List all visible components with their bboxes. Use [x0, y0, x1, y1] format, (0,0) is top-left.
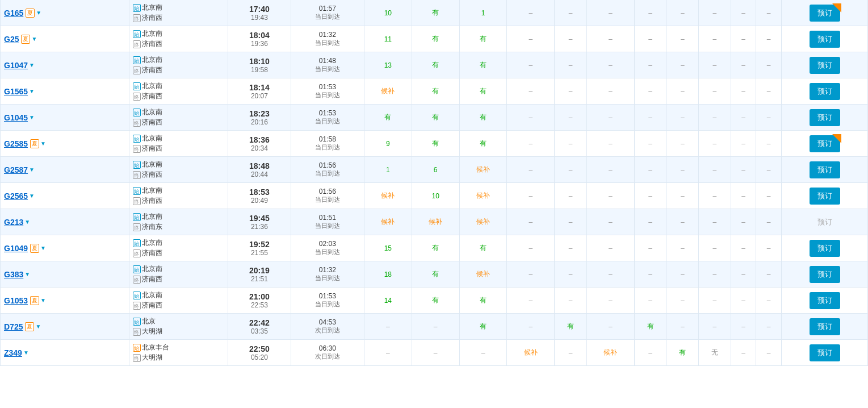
train-number[interactable]: G165 [4, 9, 23, 18]
expand-button[interactable]: ▼ [40, 245, 46, 251]
duration-cell: 02:03 当日到达 [291, 235, 364, 261]
train-cell: G2565 ▼ [1, 183, 129, 209]
table-row: G25 夏 ▼ 始 北京南 终 济南西 18:04 19:36 01:32 当日… [1, 26, 868, 52]
book-cell: 预订 [782, 288, 868, 314]
from-icon: 始 [133, 135, 141, 143]
second-seat-cell: 有 [459, 26, 507, 52]
second-seat-cell: 有 [459, 314, 507, 340]
expand-button[interactable]: ▼ [36, 10, 41, 16]
col5-cell: – [666, 235, 699, 261]
expand-button[interactable]: ▼ [40, 140, 46, 147]
from-icon: 始 [133, 109, 141, 116]
expand-button[interactable]: ▼ [29, 193, 35, 199]
train-number[interactable]: G1053 [4, 296, 28, 305]
book-cell: 预订 [782, 314, 868, 340]
col1-cell: – [507, 261, 555, 288]
book-button[interactable]: 预订 [810, 109, 840, 126]
to-station: 大明湖 [142, 327, 162, 336]
col7-cell: – [731, 261, 756, 288]
train-number[interactable]: G213 [4, 218, 23, 227]
biz-seat-cell: 15 [364, 235, 412, 261]
duration: 01:51 [295, 214, 360, 222]
train-number[interactable]: G1565 [4, 87, 28, 96]
col4-cell: – [634, 52, 666, 78]
expand-button[interactable]: ▼ [23, 349, 29, 356]
train-cell: Z349 ▼ [1, 340, 129, 366]
train-number[interactable]: G1047 [4, 61, 28, 70]
col3-cell: – [586, 157, 634, 183]
to-icon: 终 [133, 249, 141, 257]
col6-cell: – [699, 235, 731, 261]
col8-cell: – [756, 105, 782, 131]
depart-time-cell: 18:23 20:16 [228, 105, 291, 131]
arrive-time: 20:44 [232, 170, 287, 178]
duration-cell: 01:56 当日到达 [291, 157, 364, 183]
book-button-wrap: 预订 [810, 161, 840, 178]
date-info: 次日到达 [295, 352, 360, 361]
table-row: G383 ▼ 始 北京南 终 济南西 20:19 21:51 01:32 当日到… [1, 261, 868, 288]
col3-cell: – [586, 209, 634, 235]
to-station: 济南西 [142, 39, 162, 49]
train-number[interactable]: D725 [4, 322, 23, 331]
book-button[interactable]: 预订 [810, 344, 840, 361]
duration: 01:53 [295, 109, 360, 117]
expand-button[interactable]: ▼ [29, 114, 35, 120]
book-button[interactable]: 预订 [810, 240, 840, 257]
book-button[interactable]: 预订 [810, 266, 840, 283]
col5-cell: – [666, 0, 699, 26]
book-button-wrap: 预订 [810, 292, 840, 309]
first-seat-cell: 有 [412, 0, 459, 26]
station-cell: 始 北京南 终 济南西 [129, 26, 228, 52]
to-icon: 终 [133, 14, 141, 22]
table-row: G1049 夏 ▼ 始 北京南 终 济南西 19:52 21:55 02:03 … [1, 235, 868, 261]
train-number[interactable]: G1049 [4, 244, 28, 253]
train-number[interactable]: G2585 [4, 139, 28, 148]
col5-cell: – [666, 105, 699, 131]
train-number[interactable]: G1045 [4, 113, 28, 122]
expand-button[interactable]: ▼ [29, 88, 35, 94]
train-number[interactable]: G383 [4, 270, 23, 279]
depart-time-cell: 22:50 05:20 [228, 340, 291, 366]
train-number[interactable]: G25 [4, 35, 19, 44]
expand-button[interactable]: ▼ [35, 323, 41, 330]
second-seat-cell: 候补 [459, 157, 507, 183]
book-button[interactable]: 预订 [810, 31, 840, 48]
book-button[interactable]: 预订 [810, 57, 840, 74]
train-number[interactable]: G2565 [4, 191, 28, 201]
book-button[interactable]: 预订 [810, 318, 840, 335]
to-icon: 终 [133, 171, 141, 179]
train-number[interactable]: G2587 [4, 165, 28, 174]
from-icon: 始 [133, 265, 141, 273]
train-cell: G1565 ▼ [1, 78, 129, 105]
from-station: 北京南 [142, 134, 162, 143]
book-button[interactable]: 预订 [810, 292, 840, 309]
expand-button[interactable]: ▼ [29, 166, 35, 173]
expand-button[interactable]: ▼ [29, 62, 35, 68]
corner-badge [832, 134, 841, 143]
train-number[interactable]: Z349 [4, 348, 22, 357]
to-icon: 终 [133, 276, 141, 284]
expand-button[interactable]: ▼ [24, 219, 30, 225]
table-row: G1045 ▼ 始 北京南 终 济南西 18:23 20:16 01:53 当日… [1, 105, 868, 131]
expand-button[interactable]: ▼ [40, 297, 46, 303]
col6-cell: – [699, 314, 731, 340]
depart-time-cell: 22:42 03:35 [228, 314, 291, 340]
book-button[interactable]: 预订 [810, 83, 840, 100]
duration-cell: 01:51 当日到达 [291, 209, 364, 235]
arrive-time: 19:58 [232, 66, 287, 74]
to-station: 济南西 [142, 91, 162, 101]
biz-seat-cell: 13 [364, 52, 412, 78]
book-button[interactable]: 预订 [810, 161, 840, 178]
expand-button[interactable]: ▼ [31, 36, 37, 42]
col8-cell: – [756, 261, 782, 288]
book-button[interactable]: 预订 [810, 188, 840, 205]
col7-cell: – [731, 235, 756, 261]
expand-button[interactable]: ▼ [24, 271, 30, 277]
date-info: 次日到达 [295, 326, 360, 335]
xia-tag: 夏 [25, 322, 34, 331]
col4-cell: – [634, 235, 666, 261]
arrive-time: 20:07 [232, 92, 287, 100]
col2-cell: – [555, 340, 587, 366]
table-row: G1053 夏 ▼ 始 北京南 终 济南西 21:00 22:53 01:53 … [1, 288, 868, 314]
first-seat-cell: 6 [412, 157, 459, 183]
